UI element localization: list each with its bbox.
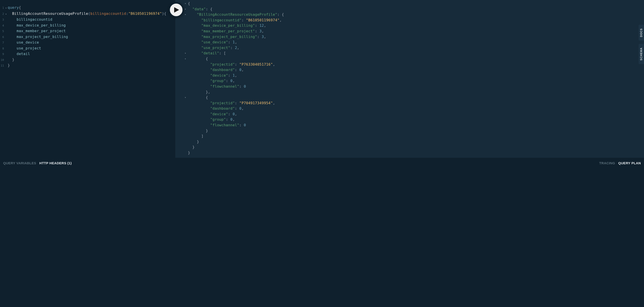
fold-toggle	[175, 28, 188, 34]
fold-toggle	[175, 117, 188, 122]
line-number: 6	[0, 34, 4, 40]
docs-tab[interactable]: DOCS	[638, 25, 644, 41]
result-line: "projectid": "P763304051716",	[175, 62, 644, 67]
editor-line[interactable]: 3 billingaccountid	[0, 17, 175, 23]
fold-toggle	[175, 39, 188, 45]
editor-line[interactable]: 4 max_device_per_billing	[0, 23, 175, 28]
fold-toggle[interactable]: ▾	[175, 50, 188, 56]
fold-toggle	[175, 73, 188, 78]
query-editor-pane[interactable]: 1▾query{2▾ BillingAccountResourceUsagePr…	[0, 0, 175, 158]
result-line: "group": 0,	[175, 78, 644, 84]
line-number: 3	[0, 17, 4, 23]
fold-toggle	[175, 100, 188, 106]
line-number: 7	[0, 40, 4, 46]
result-line: "device": 1,	[175, 73, 644, 78]
line-number: 11	[0, 63, 4, 68]
fold-toggle	[175, 45, 188, 51]
result-line: }	[175, 139, 644, 145]
fold-toggle	[175, 106, 188, 111]
result-line: ▾ {	[175, 95, 644, 100]
fold-toggle	[175, 34, 188, 40]
query-editor[interactable]: 1▾query{2▾ BillingAccountResourceUsagePr…	[0, 0, 175, 68]
fold-toggle	[175, 62, 188, 67]
http-headers-tab[interactable]: HTTP HEADERS (1)	[40, 161, 72, 165]
fold-toggle	[175, 150, 188, 156]
result-line: "device": 0,	[175, 111, 644, 117]
query-variables-tab[interactable]: QUERY VARIABLES	[3, 161, 36, 165]
fold-toggle	[175, 17, 188, 23]
result-line: ▾ "BillingAccountResourceUsageProfile": …	[175, 12, 644, 17]
play-icon	[174, 7, 180, 13]
query-plan-tab[interactable]: QUERY PLAN	[618, 161, 641, 165]
editor-line[interactable]: 2▾ BillingAccountResourceUsageProfile(bi…	[0, 11, 175, 17]
editor-line[interactable]: 5 max_member_per_project	[0, 28, 175, 34]
fold-toggle	[175, 122, 188, 128]
result-line: }	[175, 145, 644, 150]
editor-line[interactable]: 10 }	[0, 57, 175, 63]
result-line: "max_project_per_billing": 3,	[175, 34, 644, 40]
result-line: }	[175, 150, 644, 156]
fold-toggle	[175, 89, 188, 95]
fold-toggle[interactable]: ▾	[175, 56, 188, 62]
line-number: 2	[0, 11, 4, 17]
line-number: 4	[0, 23, 4, 28]
fold-toggle	[175, 111, 188, 117]
result-line: "flowchannel": 0	[175, 122, 644, 128]
result-line: ▾ "detail": [	[175, 50, 644, 56]
editor-line[interactable]: 11}	[0, 63, 175, 68]
editor-line[interactable]: 7 use_device	[0, 40, 175, 46]
result-line: ▾{	[175, 1, 644, 6]
result-pane[interactable]: ▾{▾ "data": {▾ "BillingAccountResourceUs…	[175, 0, 644, 158]
fold-toggle	[175, 23, 188, 28]
fold-toggle	[175, 145, 188, 150]
schema-tab[interactable]: SCHEMA	[638, 44, 644, 64]
result-line: "billingaccountid": "B610501196974",	[175, 17, 644, 23]
fold-toggle	[175, 78, 188, 84]
line-number: 1	[0, 5, 4, 11]
fold-toggle[interactable]: ▾	[4, 5, 8, 11]
fold-toggle	[175, 139, 188, 145]
fold-toggle[interactable]: ▾	[175, 95, 188, 100]
editor-line[interactable]: 1▾query{	[0, 5, 175, 11]
line-number: 10	[0, 57, 4, 63]
execute-query-button[interactable]	[168, 2, 184, 17]
editor-line[interactable]: 6 max_project_per_billing	[0, 34, 175, 40]
editor-line[interactable]: 8 use_project	[0, 46, 175, 51]
result-line: "flowchannel": 0	[175, 84, 644, 89]
result-line: },	[175, 89, 644, 95]
line-number: 9	[0, 51, 4, 57]
fold-toggle	[175, 133, 188, 139]
result-line: "max_device_per_billing": 12,	[175, 23, 644, 28]
footer-bar: QUERY VARIABLES HTTP HEADERS (1) TRACING…	[0, 158, 644, 168]
result-line: "use_project": 2,	[175, 45, 644, 51]
fold-toggle	[175, 67, 188, 73]
line-number: 5	[0, 28, 4, 34]
line-number: 8	[0, 46, 4, 51]
result-line: ▾ "data": {	[175, 6, 644, 12]
result-line: "group": 0,	[175, 117, 644, 122]
result-viewer: ▾{▾ "data": {▾ "BillingAccountResourceUs…	[175, 0, 644, 156]
result-line: }	[175, 128, 644, 134]
result-line: "use_device": 1,	[175, 39, 644, 45]
result-line: ]	[175, 133, 644, 139]
fold-toggle	[175, 128, 188, 134]
result-line: "max_member_per_project": 3,	[175, 28, 644, 34]
tracing-tab[interactable]: TRACING	[599, 161, 615, 165]
fold-toggle[interactable]: ▾	[4, 11, 8, 17]
result-line: ▾ {	[175, 56, 644, 62]
editor-line[interactable]: 9 detail	[0, 51, 175, 57]
fold-toggle	[175, 84, 188, 89]
result-line: "projectid": "P704917349954",	[175, 100, 644, 106]
result-line: "dashboard": 0,	[175, 67, 644, 73]
result-line: "dashboard": 0,	[175, 106, 644, 111]
